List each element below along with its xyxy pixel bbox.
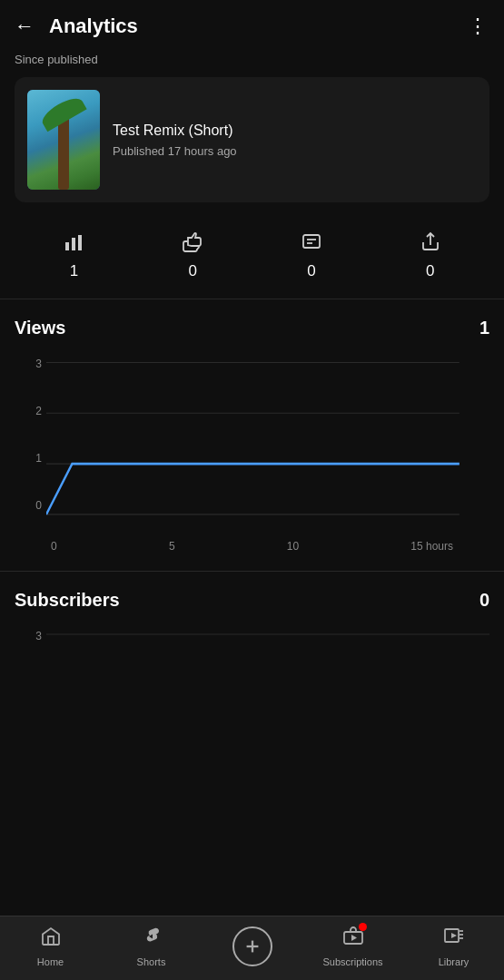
- video-thumbnail: [27, 90, 100, 190]
- stat-comments: 0: [301, 231, 322, 280]
- bar-chart-icon: [63, 231, 84, 257]
- shorts-icon: [141, 926, 163, 953]
- nav-add[interactable]: [221, 926, 284, 966]
- subscribers-section: Subscribers 0 3: [0, 572, 504, 698]
- comment-icon: [301, 231, 322, 257]
- x-axis-labels: 0 5 10 15 hours: [15, 534, 489, 553]
- views-section: Views 1 3 2 1 0 0 5 10 15 hours: [0, 299, 504, 553]
- stats-row: 1 0 0: [0, 217, 504, 299]
- comments-count: 0: [307, 262, 315, 280]
- thumbnail-image: [27, 90, 100, 190]
- nav-library[interactable]: Library: [422, 926, 486, 967]
- views-count: 1: [70, 262, 78, 280]
- add-button[interactable]: [232, 926, 272, 966]
- video-info: Test Remix (Short) Published 17 hours ag…: [113, 122, 477, 158]
- share-icon: [420, 231, 441, 257]
- subscribers-title: Subscribers: [15, 590, 120, 611]
- header: ← Analytics ⋮: [0, 0, 504, 49]
- palm-decoration: [58, 117, 69, 190]
- library-label: Library: [439, 956, 469, 967]
- y-axis-labels: 3 2 1 0: [15, 353, 42, 516]
- stat-shares: 0: [420, 231, 441, 280]
- views-value: 1: [479, 318, 489, 338]
- video-title: Test Remix (Short): [113, 122, 477, 139]
- shorts-label: Shorts: [137, 956, 166, 967]
- views-title: Views: [15, 318, 65, 338]
- more-options-button[interactable]: ⋮: [468, 15, 489, 38]
- nav-shorts[interactable]: Shorts: [120, 926, 183, 967]
- bottom-nav: Home Shorts Subscriptions: [0, 916, 504, 980]
- subscribers-value: 0: [479, 590, 489, 611]
- views-chart-svg: [15, 353, 489, 534]
- video-card: Test Remix (Short) Published 17 hours ag…: [15, 77, 489, 202]
- library-icon: [443, 926, 465, 953]
- likes-count: 0: [188, 262, 196, 280]
- subscriptions-icon: [342, 926, 364, 953]
- stat-views: 1: [63, 231, 84, 280]
- views-section-header: Views 1: [15, 318, 489, 338]
- svg-rect-0: [65, 242, 69, 250]
- svg-marker-17: [451, 933, 457, 938]
- svg-rect-3: [303, 235, 320, 248]
- shares-count: 0: [426, 262, 434, 280]
- subscriptions-label: Subscriptions: [322, 956, 382, 967]
- page-title: Analytics: [49, 15, 138, 38]
- header-left: ← Analytics: [15, 15, 138, 38]
- svg-rect-2: [78, 235, 82, 250]
- subscribers-y-labels: 3: [15, 625, 42, 698]
- svg-marker-15: [351, 935, 357, 941]
- thumbs-up-icon: [182, 231, 203, 257]
- views-chart: 3 2 1 0: [15, 353, 489, 534]
- svg-rect-1: [72, 238, 75, 250]
- since-published-label: Since published: [0, 49, 504, 77]
- subscribers-section-header: Subscribers 0: [15, 590, 489, 611]
- subscribers-chart-area: 3: [15, 625, 489, 698]
- back-button[interactable]: ←: [15, 15, 35, 38]
- subscribers-chart-svg: [15, 625, 489, 680]
- notification-dot: [359, 923, 367, 931]
- stat-likes: 0: [182, 231, 203, 280]
- nav-subscriptions[interactable]: Subscriptions: [321, 926, 385, 967]
- video-published: Published 17 hours ago: [113, 144, 477, 158]
- home-icon: [40, 926, 62, 953]
- home-label: Home: [37, 956, 64, 967]
- nav-home[interactable]: Home: [19, 926, 83, 967]
